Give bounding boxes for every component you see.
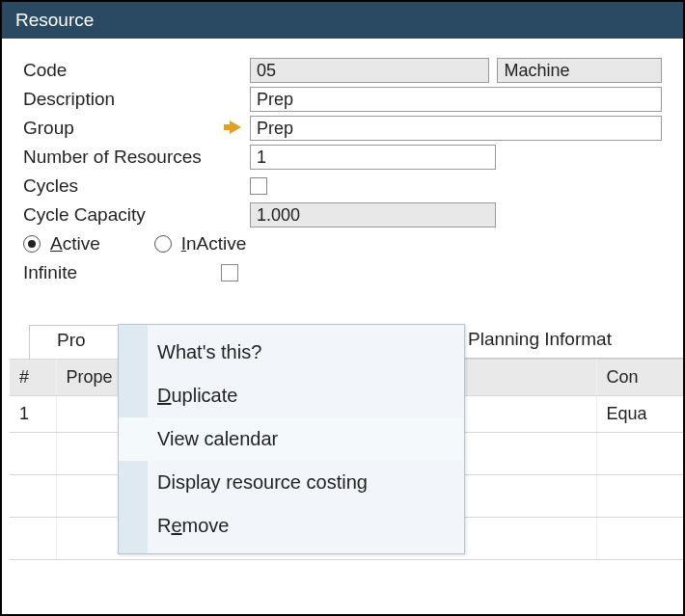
infinite-checkbox[interactable] — [221, 264, 238, 281]
cell-condition[interactable]: Equa — [596, 396, 685, 433]
tabs-area: Pro Planning Informat # Prope Con 1Equa … — [2, 324, 683, 560]
group-field[interactable]: Prep — [250, 116, 662, 141]
form-area: Code 05 Machine Description Prep Group P… — [2, 39, 683, 297]
context-menu: What's this?DuplicateView calendarDispla… — [118, 324, 465, 554]
code-label: Code — [23, 60, 221, 81]
cycles-label: Cycles — [23, 175, 221, 197]
cycle-capacity-field[interactable]: 1.000 — [250, 202, 496, 228]
num-resources-field[interactable]: 1 — [250, 145, 496, 170]
num-resources-label: Number of Resources — [23, 147, 221, 168]
menu-item-remove[interactable]: Remove — [119, 504, 464, 548]
cycles-checkbox[interactable] — [250, 177, 267, 195]
menu-item-view-calendar[interactable]: View calendar — [119, 417, 464, 461]
menu-item-what-s-this[interactable]: What's this? — [119, 331, 464, 374]
window-title: Resource — [15, 10, 94, 30]
col-header-num[interactable]: # — [10, 360, 56, 396]
infinite-label: Infinite — [23, 262, 221, 283]
group-lookup-icon[interactable] — [221, 119, 250, 139]
window-titlebar: Resource — [2, 2, 683, 39]
resource-window: Resource Code 05 Machine Description Pre… — [0, 0, 685, 616]
menu-item-display-resource-costing[interactable]: Display resource costing — [119, 461, 464, 504]
col-header-condition[interactable]: Con — [596, 360, 685, 396]
description-field[interactable]: Prep — [250, 87, 662, 112]
cycle-capacity-label: Cycle Capacity — [23, 204, 221, 226]
active-label: Active — [50, 233, 100, 254]
menu-item-duplicate[interactable]: Duplicate — [119, 374, 464, 417]
inactive-label: InActive — [181, 233, 247, 254]
inactive-radio[interactable] — [154, 235, 172, 253]
type-field[interactable]: Machine — [497, 58, 662, 83]
group-label: Group — [23, 118, 221, 139]
active-radio[interactable] — [23, 235, 41, 253]
description-label: Description — [23, 89, 221, 110]
cell-num: 1 — [10, 396, 56, 433]
code-field[interactable]: 05 — [250, 58, 489, 83]
